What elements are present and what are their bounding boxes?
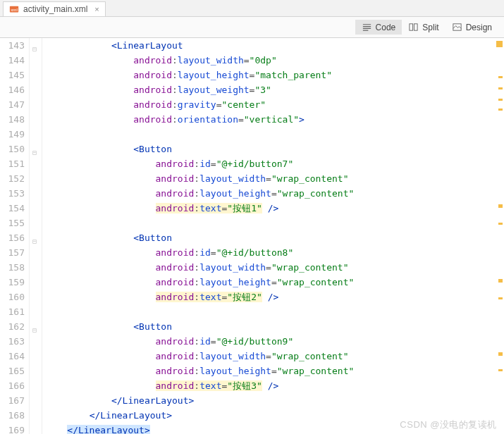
design-view-button[interactable]: Design [445, 20, 498, 35]
code-editor[interactable]: 143 144 145 146 147 148 149 150 151 152 … [0, 38, 504, 434]
inspection-indicator[interactable] [496, 41, 503, 47]
tab-bar: xml activity_main.xml × [0, 0, 504, 17]
svg-rect-2 [410, 24, 413, 30]
xml-file-icon: xml [9, 4, 19, 14]
split-view-label: Split [422, 23, 438, 32]
view-toolbar: Code Split Design [0, 17, 504, 38]
svg-rect-3 [414, 24, 418, 30]
code-area[interactable]: <LinearLayout android:layout_width="0dp"… [42, 38, 504, 434]
split-view-button[interactable]: Split [402, 20, 445, 35]
fold-gutter[interactable]: ⊟⊟⊟⊟ [30, 38, 42, 434]
tab-filename: activity_main.xml [23, 4, 87, 14]
design-view-label: Design [466, 23, 492, 32]
file-tab[interactable]: xml activity_main.xml × [3, 1, 106, 16]
design-icon [452, 22, 462, 32]
line-number-gutter: 143 144 145 146 147 148 149 150 151 152 … [0, 38, 30, 434]
svg-text:xml: xml [11, 7, 18, 12]
code-view-button[interactable]: Code [355, 20, 402, 35]
code-view-label: Code [376, 23, 396, 32]
code-icon [362, 22, 372, 32]
split-icon [408, 22, 419, 32]
close-icon[interactable]: × [94, 5, 99, 13]
